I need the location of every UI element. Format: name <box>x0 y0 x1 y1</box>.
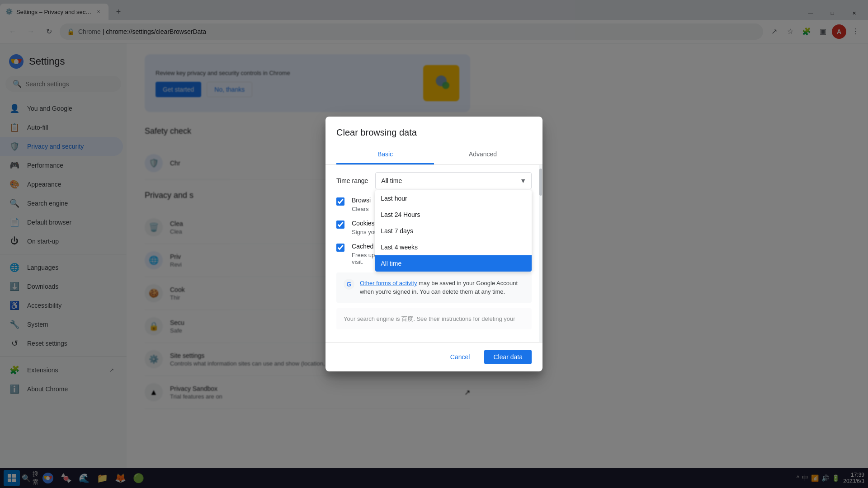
cancel-button[interactable]: Cancel <box>441 350 479 364</box>
dropdown-last-hour[interactable]: Last hour <box>375 190 532 206</box>
cached-checkbox-wrap[interactable] <box>336 244 344 253</box>
browsing-history-checkbox[interactable] <box>336 197 344 206</box>
dialog-footer: Cancel Clear data <box>326 342 542 371</box>
dialog-overlay: Clear browsing data Basic Advanced Time … <box>0 0 868 488</box>
info-text-2: Your search engine is 百度. See their inst… <box>344 314 515 324</box>
dropdown-last-4w[interactable]: Last 4 weeks <box>375 239 532 255</box>
info-box: G Other forms of activity may be saved i… <box>336 272 532 303</box>
time-range-dropdown[interactable]: Last hour Last 24 Hours Last 7 days Last… <box>375 190 532 272</box>
dropdown-last-7d[interactable]: Last 7 days <box>375 223 532 239</box>
google-icon: G <box>344 279 354 290</box>
tab-advanced[interactable]: Advanced <box>434 145 532 164</box>
dialog-tabs: Basic Advanced <box>326 145 542 165</box>
cookies-checkbox[interactable] <box>336 221 344 229</box>
time-range-select[interactable]: All time <box>375 172 532 189</box>
dropdown-last-24h[interactable]: Last 24 Hours <box>375 206 532 223</box>
dialog-title: Clear browsing data <box>326 117 542 145</box>
browsing-history-checkbox-wrap[interactable] <box>336 197 344 207</box>
info-link[interactable]: Other forms of activity <box>360 280 417 286</box>
cached-checkbox[interactable] <box>336 244 344 252</box>
browsing-history-desc: Clears <box>352 206 371 212</box>
browsing-history-info: Browsi Clears <box>352 197 371 212</box>
clear-data-button[interactable]: Clear data <box>484 350 532 364</box>
browsing-history-label: Browsi <box>352 197 371 204</box>
time-range-row: Time range All time ▼ Last hour Last 24 … <box>336 172 532 189</box>
clear-browsing-dialog: Clear browsing data Basic Advanced Time … <box>326 117 542 372</box>
info-text: Other forms of activity may be saved in … <box>360 279 524 296</box>
svg-text:G: G <box>347 281 352 288</box>
time-range-label: Time range <box>336 177 368 184</box>
dropdown-all-time[interactable]: All time <box>375 255 532 272</box>
scrollbar-thumb <box>539 169 542 196</box>
tab-basic[interactable]: Basic <box>336 145 434 164</box>
dialog-scroll-area: Time range All time ▼ Last hour Last 24 … <box>326 165 542 343</box>
info-box-2: Your search engine is 百度. See their inst… <box>336 308 532 330</box>
cookies-checkbox-wrap[interactable] <box>336 221 344 230</box>
time-range-select-wrap[interactable]: All time ▼ Last hour Last 24 Hours Last … <box>375 172 532 189</box>
dialog-content: Time range All time ▼ Last hour Last 24 … <box>326 165 542 343</box>
dialog-scrollbar[interactable] <box>539 165 542 343</box>
